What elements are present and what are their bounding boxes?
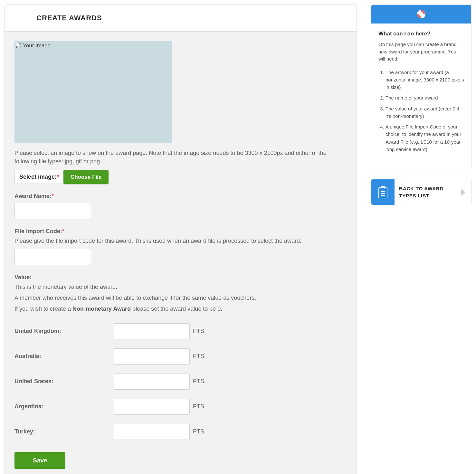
value-row-label: Turkey:	[14, 428, 114, 435]
value-row: Argentina:PTS	[14, 399, 347, 415]
help-list-item: The value of your award (enter 0 if it's…	[386, 105, 464, 120]
back-to-award-types-button[interactable]: BACK TO AWARD TYPES LIST	[371, 179, 471, 205]
value-line1: This is the monetary value of the award.	[14, 283, 347, 292]
page-title: CREATE AWARDS	[36, 14, 346, 22]
help-panel: What can I do here? On this page you can…	[371, 5, 471, 169]
value-input[interactable]	[114, 323, 190, 339]
choose-file-button[interactable]: Choose File	[63, 170, 109, 184]
broken-image-icon	[16, 43, 22, 49]
help-intro: On this page you can create a brand new …	[378, 41, 464, 63]
value-input[interactable]	[114, 399, 190, 415]
value-row: United States:PTS	[14, 374, 347, 390]
value-line2: A member who receives this award will be…	[14, 294, 347, 303]
award-name-input[interactable]	[14, 203, 91, 219]
value-row-label: United States:	[14, 378, 114, 385]
chevron-right-icon	[455, 179, 471, 205]
value-rows: United Kingdom:PTSAustralia:PTSUnited St…	[14, 323, 347, 440]
value-unit: PTS	[193, 378, 204, 385]
back-link-label: BACK TO AWARD TYPES LIST	[395, 179, 455, 205]
value-row-label: Argentina:	[14, 403, 114, 410]
required-marker: *	[57, 174, 59, 180]
help-list: The artwork for your award (a horizontal…	[378, 69, 464, 153]
file-import-code-input[interactable]	[14, 249, 91, 265]
life-ring-icon	[417, 10, 425, 18]
image-hint: Please select an image to show on the aw…	[14, 149, 347, 166]
help-title: What can I do here?	[378, 31, 464, 37]
required-marker: *	[62, 228, 64, 234]
help-header	[371, 5, 471, 24]
save-button[interactable]: Save	[14, 452, 65, 469]
help-list-item: A unique File Import Code of your choice…	[386, 123, 464, 153]
help-list-item: The name of your award	[386, 94, 464, 101]
value-row: Turkey:PTS	[14, 424, 347, 440]
value-unit: PTS	[193, 428, 204, 435]
value-unit: PTS	[193, 353, 204, 360]
help-list-item: The artwork for your award (a horizontal…	[386, 69, 464, 91]
svg-marker-5	[461, 188, 465, 196]
create-award-panel: CREATE AWARDS Your Image Please select a…	[5, 5, 357, 474]
value-unit: PTS	[193, 328, 204, 335]
value-label: Value:	[14, 274, 347, 281]
file-import-code-label: File Import Code:*	[14, 228, 347, 235]
value-row: United Kingdom:PTS	[14, 323, 347, 339]
value-input[interactable]	[114, 374, 190, 390]
select-image-label: Select image:*	[14, 170, 64, 184]
award-name-label: Award Name:*	[14, 193, 347, 200]
value-line3: If you wish to create a Non-monetary Awa…	[14, 305, 347, 314]
value-input[interactable]	[114, 424, 190, 440]
image-preview-alt: Your Image	[23, 43, 51, 49]
image-preview: Your Image	[14, 41, 172, 143]
file-import-hint: Please give the file import code for thi…	[14, 237, 347, 246]
clipboard-icon	[371, 179, 395, 205]
value-row-label: United Kingdom:	[14, 328, 114, 335]
panel-header: CREATE AWARDS	[5, 5, 357, 31]
required-marker: *	[52, 193, 54, 199]
value-row-label: Australia:	[14, 353, 114, 360]
value-row: Australia:PTS	[14, 348, 347, 365]
value-unit: PTS	[193, 403, 204, 410]
value-input[interactable]	[114, 348, 190, 365]
